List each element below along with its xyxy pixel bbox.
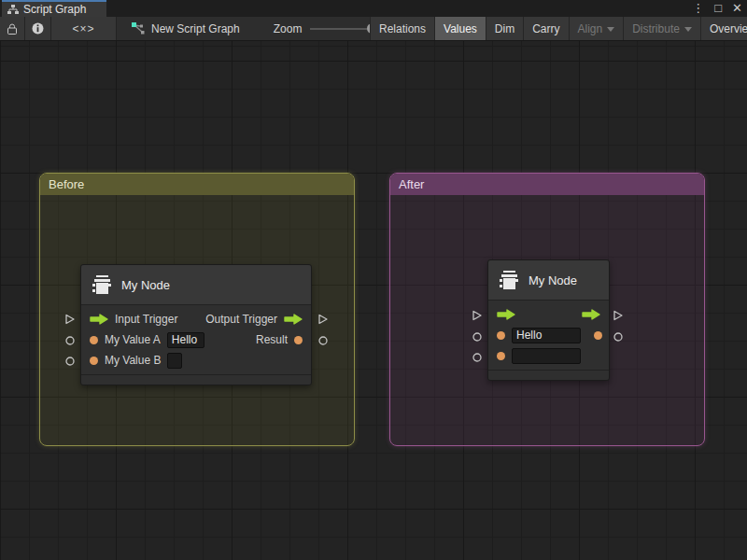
external-flow-output-port[interactable] bbox=[317, 314, 329, 325]
node-row-trigger: Input Trigger Output Trigger bbox=[81, 309, 311, 329]
input-trigger-label: Input Trigger bbox=[115, 313, 177, 326]
value-a-label: My Value A bbox=[105, 333, 161, 346]
graph-toolbar: <×> New Script Graph Zoom 1x Re bbox=[0, 17, 747, 41]
distribute-label: Distribute bbox=[632, 22, 680, 35]
value-a-field[interactable] bbox=[167, 332, 204, 348]
tab-script-graph[interactable]: Script Graph bbox=[2, 0, 106, 17]
graph-name-label: New Script Graph bbox=[151, 22, 240, 35]
node-row-trigger bbox=[488, 304, 609, 325]
values-button[interactable]: Values bbox=[434, 17, 486, 40]
external-flow-output-port[interactable] bbox=[613, 310, 624, 321]
result-label: Result bbox=[256, 333, 288, 346]
relations-label: Relations bbox=[379, 22, 426, 35]
close-icon[interactable]: ✕ bbox=[732, 0, 742, 17]
menu-kebab-icon[interactable]: ⋮ bbox=[692, 0, 704, 17]
node-row-value-a: My Value A Result bbox=[81, 329, 311, 350]
external-value-input-port[interactable] bbox=[472, 332, 482, 342]
flow-input-port[interactable] bbox=[497, 309, 515, 320]
flow-output-port[interactable] bbox=[284, 314, 303, 325]
node-footer bbox=[81, 374, 311, 385]
group-before-title: Before bbox=[49, 177, 84, 191]
toolbar-right-cluster: Relations Values Dim Carry Align Distrib… bbox=[370, 17, 747, 40]
carry-button[interactable]: Carry bbox=[523, 17, 568, 40]
lock-button[interactable] bbox=[0, 17, 25, 40]
align-dropdown[interactable]: Align bbox=[569, 17, 624, 40]
code-preview-button[interactable]: <×> bbox=[51, 17, 117, 40]
toolbar-left-cluster: <×> New Script Graph Zoom 1x bbox=[0, 17, 400, 40]
value-output-port[interactable] bbox=[294, 336, 303, 344]
window-controls: ⋮ □ ✕ bbox=[692, 0, 742, 17]
node-footer bbox=[488, 370, 609, 380]
value-input-port[interactable] bbox=[497, 331, 505, 340]
relations-button[interactable]: Relations bbox=[370, 17, 434, 40]
graph-breadcrumb[interactable]: New Script Graph bbox=[122, 17, 249, 40]
flow-output-port[interactable] bbox=[582, 309, 600, 320]
overview-label: Overview bbox=[710, 22, 747, 35]
lock-icon bbox=[7, 23, 17, 35]
distribute-dropdown[interactable]: Distribute bbox=[623, 17, 700, 40]
unit-node-icon bbox=[499, 271, 519, 289]
node-header[interactable]: My Node bbox=[81, 265, 311, 305]
maximize-icon[interactable]: □ bbox=[714, 0, 722, 17]
external-value-input-port[interactable] bbox=[65, 357, 75, 366]
dim-button[interactable]: Dim bbox=[486, 17, 523, 40]
external-value-input-port[interactable] bbox=[472, 353, 482, 362]
node-title: My Node bbox=[529, 273, 577, 287]
unit-node-icon bbox=[92, 275, 112, 294]
value-input-port[interactable] bbox=[497, 352, 505, 360]
node-title: My Node bbox=[121, 278, 170, 292]
external-flow-input-port[interactable] bbox=[472, 310, 483, 321]
node-my-node-after[interactable]: My Node bbox=[487, 259, 610, 381]
external-value-output-port[interactable] bbox=[318, 336, 328, 345]
flow-input-port[interactable] bbox=[90, 314, 108, 325]
node-my-node-before[interactable]: My Node Input Trigger Output Trigger My … bbox=[80, 264, 312, 385]
value-b-label: My Value B bbox=[105, 354, 161, 367]
value-a-field[interactable] bbox=[512, 328, 581, 343]
group-before-header[interactable]: Before bbox=[40, 174, 354, 195]
code-preview-icon: <×> bbox=[72, 22, 94, 35]
value-b-field[interactable] bbox=[512, 348, 581, 364]
graph-canvas[interactable]: Before After My Node bbox=[0, 41, 747, 560]
group-after-title: After bbox=[399, 177, 424, 191]
node-row-value-a bbox=[488, 325, 609, 345]
chevron-down-icon bbox=[607, 27, 614, 32]
external-value-input-port[interactable] bbox=[65, 336, 75, 345]
title-bar: Script Graph ⋮ □ ✕ bbox=[0, 0, 747, 17]
info-button[interactable] bbox=[25, 17, 51, 40]
script-graph-asset-icon bbox=[132, 22, 145, 35]
external-flow-input-port[interactable] bbox=[64, 314, 76, 325]
node-row-value-b: My Value B bbox=[81, 350, 311, 371]
node-body bbox=[488, 301, 609, 370]
values-label: Values bbox=[444, 22, 477, 35]
info-icon bbox=[32, 22, 44, 35]
dim-label: Dim bbox=[495, 22, 514, 35]
zoom-label: Zoom bbox=[274, 22, 303, 35]
external-value-output-port[interactable] bbox=[613, 332, 623, 342]
align-label: Align bbox=[578, 22, 603, 35]
value-b-field[interactable] bbox=[167, 353, 182, 369]
carry-label: Carry bbox=[532, 22, 559, 35]
value-output-port[interactable] bbox=[594, 331, 602, 340]
group-after-header[interactable]: After bbox=[390, 174, 704, 195]
node-row-value-b bbox=[488, 345, 609, 366]
node-header[interactable]: My Node bbox=[488, 260, 609, 301]
chevron-down-icon bbox=[684, 27, 692, 32]
output-trigger-label: Output Trigger bbox=[205, 313, 277, 326]
node-body: Input Trigger Output Trigger My Value A … bbox=[81, 305, 311, 374]
overview-button[interactable]: Overview bbox=[700, 17, 747, 40]
value-input-port[interactable] bbox=[90, 336, 98, 344]
value-input-port[interactable] bbox=[90, 357, 98, 365]
tab-label: Script Graph bbox=[23, 3, 86, 16]
graph-hierarchy-icon bbox=[7, 5, 19, 15]
